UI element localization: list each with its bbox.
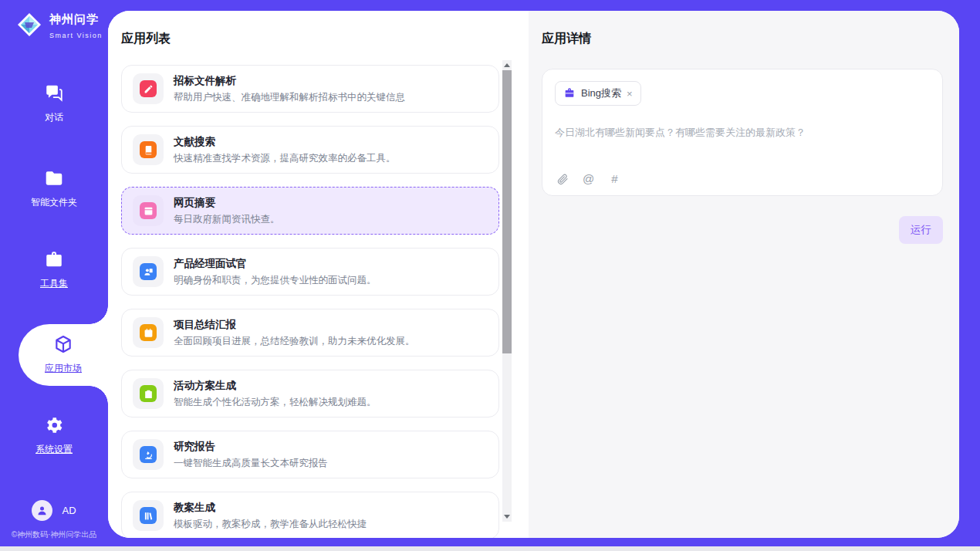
diamond-logo-icon [15, 11, 43, 42]
sidebar-item-4[interactable]: 系统设置 [0, 415, 108, 456]
app-card-title: 项目总结汇报 [174, 318, 415, 332]
app-card-title: 活动方案生成 [174, 379, 377, 393]
interview-icon [144, 267, 154, 277]
tool-tag-bing-search[interactable]: Bing搜索 × [555, 81, 641, 106]
book-icon [144, 145, 154, 155]
app-icon-box [133, 256, 164, 287]
input-toolbar: @ # [556, 172, 621, 185]
app-card-1[interactable]: 文献搜索快速精准查找学术资源，提高研究效率的必备工具。 [121, 126, 499, 174]
app-card-3[interactable]: 产品经理面试官明确身份和职责，为您提供专业性的面试问题。 [121, 248, 499, 296]
app-card-7[interactable]: 教案生成模板驱动，教案秒成，教学准备从此轻松快捷 [121, 492, 499, 538]
clipboard-check-icon [144, 389, 154, 399]
app-list-scrollbar[interactable] [502, 60, 512, 522]
hash-icon[interactable]: # [608, 172, 621, 185]
app-card-title: 网页摘要 [174, 196, 280, 210]
app-card-5[interactable]: 活动方案生成智能生成个性化活动方案，轻松解决规划难题。 [121, 370, 499, 417]
toolbox-icon [44, 249, 64, 269]
brand-logo: 神州问学 Smart Vision [15, 11, 108, 42]
app-card-4[interactable]: 项目总结汇报全面回顾项目进展，总结经验教训，助力未来优化发展。 [121, 309, 499, 357]
scrollbar-thumb[interactable] [502, 70, 512, 353]
scroll-down-button[interactable] [502, 512, 512, 522]
arrow-down-icon [504, 515, 510, 519]
sidebar-item-1[interactable]: 智能文件夹 [0, 168, 108, 209]
chat-icon [44, 83, 64, 103]
at-icon[interactable]: @ [582, 172, 595, 185]
sidebar-item-label: 工具集 [0, 277, 108, 290]
bubble-notch [90, 306, 108, 324]
app-card-desc: 帮助用户快速、准确地理解和解析招标书中的关键信息 [174, 91, 405, 104]
close-icon[interactable]: × [627, 89, 633, 99]
app-card-title: 招标文件解析 [174, 74, 405, 88]
app-detail-title: 应用详情 [542, 31, 943, 47]
person-icon [36, 505, 48, 516]
app-icon-box [133, 195, 164, 226]
app-card-title: 产品经理面试官 [174, 257, 377, 271]
calendar-icon [144, 328, 154, 338]
app-card-2[interactable]: 网页摘要每日政府新闻资讯快查。 [121, 187, 499, 235]
research-icon [144, 450, 154, 460]
prompt-input-card: Bing搜索 × 今日湖北有哪些新闻要点？有哪些需要关注的最新政策？ @ # [542, 69, 943, 196]
app-card-title: 研究报告 [174, 440, 328, 454]
app-card-6[interactable]: 研究报告一键智能生成高质量长文本研究报告 [121, 431, 499, 478]
page-bottom-strip [0, 546, 980, 551]
app-card-desc: 模板驱动，教案秒成，教学准备从此轻松快捷 [174, 518, 367, 531]
sidebar-item-label: 对话 [0, 111, 108, 124]
app-icon-box [133, 134, 164, 165]
user-initials: AD [62, 505, 76, 516]
browser-code-icon [144, 206, 154, 216]
app-card-desc: 一键智能生成高质量长文本研究报告 [174, 457, 328, 470]
sidebar-item-3[interactable]: 应用市场 [19, 324, 108, 386]
brand-name: 神州问学 [49, 12, 99, 25]
app-icon-box [133, 439, 164, 470]
app-icon-box [133, 73, 164, 104]
app-list-title: 应用列表 [121, 31, 529, 47]
app-card-title: 教案生成 [174, 501, 367, 515]
app-card-desc: 快速精准查找学术资源，提高研究效率的必备工具。 [174, 152, 396, 165]
arrow-up-icon [504, 63, 510, 67]
app-icon-box [133, 500, 164, 531]
app-card-desc: 全面回顾项目进展，总结经验教训，助力未来优化发展。 [174, 335, 415, 348]
tool-tag-label: Bing搜索 [581, 86, 621, 100]
run-button[interactable]: 运行 [899, 216, 943, 244]
app-list: 招标文件解析帮助用户快速、准确地理解和解析招标书中的关键信息文献搜索快速精准查找… [121, 65, 499, 538]
scroll-up-button[interactable] [502, 60, 512, 70]
sidebar-footer: ©神州数码·神州问学出品 [0, 529, 108, 540]
app-detail-panel: 应用详情 Bing搜索 × 今日湖北有哪些新闻要点？有哪些需要关注的最新政策？ … [529, 11, 959, 538]
app-list-panel: 应用列表 招标文件解析帮助用户快速、准确地理解和解析招标书中的关键信息文献搜索快… [108, 11, 529, 538]
avatar[interactable] [32, 500, 52, 521]
briefcase-icon [563, 87, 576, 100]
app-card-desc: 明确身份和职责，为您提供专业性的面试问题。 [174, 274, 377, 287]
cube-icon [53, 334, 73, 354]
pen-square-icon [144, 84, 154, 94]
sidebar-item-0[interactable]: 对话 [0, 83, 108, 124]
app-card-title: 文献搜索 [174, 135, 396, 149]
app-card-0[interactable]: 招标文件解析帮助用户快速、准确地理解和解析招标书中的关键信息 [121, 65, 499, 113]
paperclip-icon[interactable] [556, 172, 569, 185]
sidebar: 神州问学 Smart Vision 对话智能文件夹工具集应用市场系统设置 AD … [0, 0, 108, 546]
books-icon [144, 511, 154, 521]
gear-icon [44, 415, 64, 435]
app-icon-box [133, 317, 164, 348]
query-text-input[interactable]: 今日湖北有哪些新闻要点？有哪些需要关注的最新政策？ [555, 126, 930, 140]
content-area: 应用列表 招标文件解析帮助用户快速、准确地理解和解析招标书中的关键信息文献搜索快… [108, 11, 959, 538]
bubble-notch [90, 386, 108, 404]
app-icon-box [133, 378, 164, 409]
sidebar-item-label: 应用市场 [19, 362, 108, 375]
brand-subtitle: Smart Vision [49, 32, 103, 39]
sidebar-item-label: 系统设置 [0, 443, 108, 456]
app-window: 神州问学 Smart Vision 对话智能文件夹工具集应用市场系统设置 AD … [0, 0, 980, 546]
app-card-desc: 智能生成个性化活动方案，轻松解决规划难题。 [174, 396, 377, 409]
app-card-desc: 每日政府新闻资讯快查。 [174, 213, 280, 226]
sidebar-item-label: 智能文件夹 [0, 196, 108, 209]
user-row[interactable]: AD [0, 500, 108, 521]
folder-icon [44, 168, 64, 188]
sidebar-item-2[interactable]: 工具集 [0, 249, 108, 290]
